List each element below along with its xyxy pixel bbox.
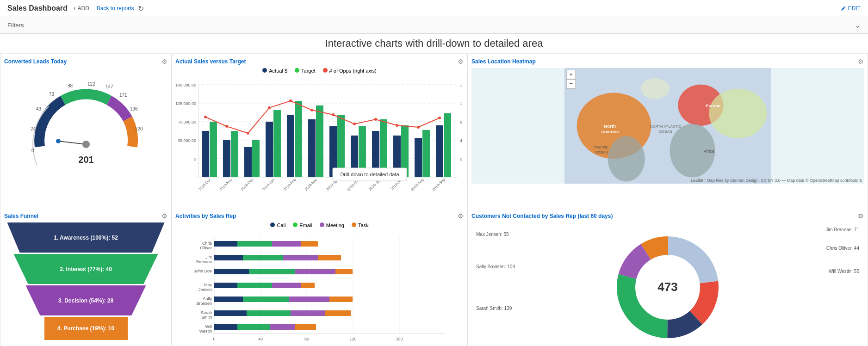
svg-rect-124 xyxy=(283,255,318,260)
svg-rect-39 xyxy=(252,140,260,177)
svg-text:−: − xyxy=(569,80,572,87)
map-attribution: Leaflet | Map tiles by Stamen Design, CC… xyxy=(691,178,862,183)
funnel-title[interactable]: Sales Funnel xyxy=(4,213,38,219)
legend-meeting: Meeting xyxy=(320,222,344,228)
sales-chart-area[interactable]: 140,000.00 105,000.00 70,000.00 35,000.0… xyxy=(175,75,464,205)
svg-point-66 xyxy=(374,118,377,121)
svg-rect-54 xyxy=(415,138,422,177)
activities-gear-icon[interactable]: ⚙ xyxy=(458,212,464,220)
back-to-reports-link[interactable]: Back to reports xyxy=(97,5,134,12)
actual-sales-title[interactable]: Actual Sales versus Target xyxy=(175,58,246,65)
svg-text:2018-Nov: 2018-Nov xyxy=(219,178,233,192)
svg-text:PACIFIC: PACIFIC xyxy=(595,145,609,149)
svg-point-67 xyxy=(396,124,398,127)
sales-legend: Actual $ Target # of Opps (right axis) xyxy=(175,68,464,74)
svg-text:Bronsen: Bronsen xyxy=(196,301,212,306)
label-sarah-smith: Sarah Smith: 139 xyxy=(476,306,512,311)
edit-button[interactable]: EDIT xyxy=(841,5,861,12)
svg-rect-148 xyxy=(325,310,351,316)
svg-text:473: 473 xyxy=(657,280,677,294)
heatmap-title[interactable]: Sales Location Heatmap xyxy=(471,58,536,65)
svg-rect-142 xyxy=(329,297,353,302)
svg-text:OCEAN: OCEAN xyxy=(659,130,672,134)
svg-point-89 xyxy=(709,89,767,138)
svg-point-58 xyxy=(204,116,207,118)
svg-text:NORTH ATLANTIC: NORTH ATLANTIC xyxy=(650,124,681,129)
activities-svg: 0 40 80 120 160 Chris Olliver Jim Brenna… xyxy=(177,232,455,343)
svg-rect-38 xyxy=(244,147,252,177)
heatmap-gear-icon[interactable]: ⚙ xyxy=(858,58,864,65)
svg-rect-34 xyxy=(202,131,209,177)
svg-point-61 xyxy=(268,106,271,109)
svg-text:+: + xyxy=(569,71,572,78)
svg-text:2019-Sep: 2019-Sep xyxy=(432,177,446,192)
customers-gear-icon[interactable]: ⚙ xyxy=(858,212,864,220)
svg-text:196: 196 xyxy=(130,106,138,111)
svg-rect-35 xyxy=(210,122,217,177)
svg-rect-147 xyxy=(291,310,325,316)
svg-text:12: 12 xyxy=(460,101,462,106)
svg-point-13 xyxy=(82,141,90,148)
legend-target: Target xyxy=(295,68,316,74)
svg-rect-44 xyxy=(308,119,316,177)
add-button[interactable]: + ADD xyxy=(73,5,89,12)
filters-label: Filters xyxy=(7,22,24,29)
legend-actual: Actual $ xyxy=(262,68,287,74)
label-will-westin: Will Westin: 55 xyxy=(829,269,859,274)
funnel-level-4: 4. Purchase (19%): 10 xyxy=(44,317,128,340)
activities-panel: Activities by Sales Rep ⚙ Call Email Mee… xyxy=(171,209,467,346)
funnel-gear-icon[interactable]: ⚙ xyxy=(161,212,167,220)
svg-text:8: 8 xyxy=(460,120,462,124)
svg-rect-134 xyxy=(237,283,272,288)
svg-text:OCEAN: OCEAN xyxy=(595,150,608,154)
svg-text:122: 122 xyxy=(87,81,95,86)
svg-rect-140 xyxy=(243,297,289,302)
leads-gear-icon[interactable]: ⚙ xyxy=(161,58,167,65)
funnel-panel: Sales Funnel ⚙ 1. Awareness (100%): 52 2… xyxy=(0,209,171,346)
map-container[interactable]: North America NORTH ATLANTIC OCEAN PACIF… xyxy=(471,68,864,184)
svg-text:Westin: Westin xyxy=(199,329,212,334)
svg-text:2018-Dec: 2018-Dec xyxy=(240,178,254,192)
svg-rect-122 xyxy=(214,255,243,260)
gauge-container: 0 24 49 73 98 122 147 171 196 220 201 xyxy=(4,68,167,170)
filters-chevron-icon[interactable]: ⌄ xyxy=(855,21,861,30)
svg-text:80: 80 xyxy=(304,337,309,341)
refresh-button[interactable]: ↻ xyxy=(138,4,144,13)
sales-gear-icon[interactable]: ⚙ xyxy=(458,58,464,65)
svg-point-69 xyxy=(438,117,441,119)
svg-rect-42 xyxy=(287,115,294,177)
svg-rect-118 xyxy=(272,241,301,247)
panel-header-funnel: Sales Funnel ⚙ xyxy=(4,212,167,220)
banner: Interactive charts with drill-down to de… xyxy=(0,34,868,54)
svg-text:98: 98 xyxy=(68,83,73,88)
panel-header-customers: Customers Not Contacted by Sales Rep (la… xyxy=(471,212,864,220)
svg-rect-57 xyxy=(444,113,451,177)
heatmap-panel: Sales Location Heatmap ⚙ No xyxy=(467,54,868,209)
svg-rect-129 xyxy=(295,269,335,274)
svg-text:Max: Max xyxy=(204,283,212,287)
legend-task: Task xyxy=(352,222,369,228)
svg-text:201: 201 xyxy=(78,154,93,165)
svg-point-63 xyxy=(310,109,313,111)
funnel-label-2: 2. Interest (77%): 40 xyxy=(60,266,112,272)
svg-rect-127 xyxy=(214,269,249,274)
svg-text:160: 160 xyxy=(396,337,403,341)
svg-rect-41 xyxy=(273,110,281,177)
svg-text:2019-Jan: 2019-Jan xyxy=(261,178,275,192)
svg-rect-136 xyxy=(301,283,315,288)
activities-title[interactable]: Activities by Sales Rep xyxy=(175,213,236,219)
svg-text:John Doe: John Doe xyxy=(194,269,212,273)
svg-text:105,000.00: 105,000.00 xyxy=(175,101,196,106)
svg-text:4: 4 xyxy=(460,138,462,143)
svg-rect-135 xyxy=(272,283,301,288)
legend-call: Call xyxy=(270,222,285,228)
svg-rect-40 xyxy=(266,122,273,177)
converted-leads-title[interactable]: Converted Leads Today xyxy=(4,58,67,65)
svg-rect-130 xyxy=(335,269,353,274)
svg-text:2018-Oct: 2018-Oct xyxy=(198,178,211,192)
svg-text:70,000.00: 70,000.00 xyxy=(178,120,196,124)
customers-title[interactable]: Customers Not Contacted by Sales Rep (la… xyxy=(471,213,613,219)
donut-svg: 473 xyxy=(608,227,728,346)
funnel-label-1: 1. Awareness (100%): 52 xyxy=(54,235,118,241)
svg-rect-117 xyxy=(237,241,272,247)
